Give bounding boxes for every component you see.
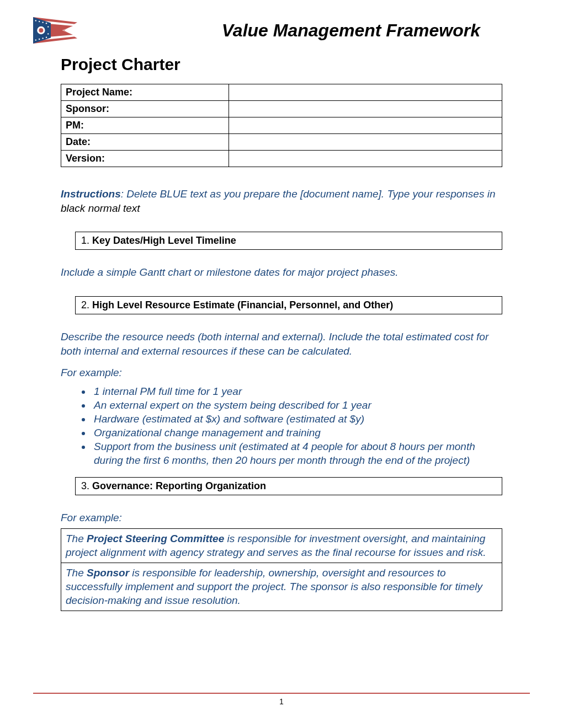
svg-point-6 xyxy=(35,20,36,21)
svg-point-8 xyxy=(42,22,43,23)
svg-point-13 xyxy=(46,37,47,38)
sponsor-label: Sponsor: xyxy=(61,101,229,117)
gov-role: Sponsor xyxy=(87,567,129,579)
pm-value xyxy=(229,117,502,134)
list-item: Organizational change management and tra… xyxy=(92,426,502,440)
document-title: Project Charter xyxy=(61,55,502,74)
page-footer: 1 xyxy=(33,693,530,706)
project-name-value xyxy=(229,84,502,101)
gov-pre: The xyxy=(66,533,87,544)
svg-point-5 xyxy=(39,28,43,33)
gov-role: Project Steering Committee xyxy=(87,533,224,544)
section-1-header: 1. Key Dates/High Level Timeline xyxy=(75,232,502,250)
table-row: Date: xyxy=(61,134,502,151)
section-2-note: Describe the resource needs (both intern… xyxy=(61,330,502,358)
section-1-note: Include a simple Gantt chart or mileston… xyxy=(61,265,502,280)
version-value xyxy=(229,151,502,167)
gov-pre: The xyxy=(66,567,87,579)
page-number: 1 xyxy=(33,697,530,706)
instructions-bold: Instructions xyxy=(61,188,121,200)
svg-point-12 xyxy=(42,38,43,39)
svg-point-9 xyxy=(46,23,47,24)
svg-point-15 xyxy=(47,33,49,34)
section-3-title: Governance: Reporting Organization xyxy=(92,480,266,491)
table-row: Version: xyxy=(61,151,502,167)
section-3-number: 3. xyxy=(81,480,89,492)
footer-divider xyxy=(33,693,530,694)
instructions-text: Instructions: Delete BLUE text as you pr… xyxy=(61,187,502,215)
gov-row-sponsor: The Sponsor is responsible for leadershi… xyxy=(61,563,502,611)
project-name-label: Project Name: xyxy=(61,84,229,101)
pm-label: PM: xyxy=(61,117,229,134)
section-2-for-example: For example: xyxy=(61,366,502,380)
section-3-header: 3. Governance: Reporting Organization xyxy=(75,477,502,495)
table-row: Sponsor: xyxy=(61,101,502,117)
table-row: The Project Steering Committee is respon… xyxy=(61,528,502,563)
table-row: Project Name: xyxy=(61,84,502,101)
header-title: Value Management Framework xyxy=(222,20,480,41)
list-item: Support from the business unit (estimate… xyxy=(92,440,502,467)
list-item: An external expert on the system being d… xyxy=(92,398,502,412)
svg-point-11 xyxy=(39,39,40,40)
table-row: The Sponsor is responsible for leadershi… xyxy=(61,563,502,611)
sponsor-value xyxy=(229,101,502,117)
table-row: PM: xyxy=(61,117,502,134)
instructions-body: : Delete BLUE text as you prepare the [d… xyxy=(121,188,496,200)
section-2-bullets: 1 internal PM full time for 1 year An ex… xyxy=(61,384,502,467)
section-2-number: 2. xyxy=(81,299,89,311)
governance-table: The Project Steering Committee is respon… xyxy=(61,528,502,611)
section-2-title: High Level Resource Estimate (Financial,… xyxy=(92,299,393,311)
list-item: 1 internal PM full time for 1 year xyxy=(92,384,502,398)
section-2-header: 2. High Level Resource Estimate (Financi… xyxy=(75,296,502,314)
svg-point-10 xyxy=(35,39,36,40)
section-1-title: Key Dates/High Level Timeline xyxy=(92,235,236,246)
gov-row-steering: The Project Steering Committee is respon… xyxy=(61,528,502,563)
ohio-flag-icon xyxy=(33,17,77,44)
page-header: Value Management Framework xyxy=(33,17,530,44)
list-item: Hardware (estimated at $x) and software … xyxy=(92,412,502,426)
svg-point-14 xyxy=(47,26,49,27)
date-label: Date: xyxy=(61,134,229,151)
version-label: Version: xyxy=(61,151,229,167)
instructions-black: black normal text xyxy=(61,202,140,214)
date-value xyxy=(229,134,502,151)
section-1-number: 1. xyxy=(81,235,89,247)
svg-point-7 xyxy=(39,21,40,22)
section-3-for-example: For example: xyxy=(61,511,502,525)
project-info-table: Project Name: Sponsor: PM: Date: Version… xyxy=(61,84,502,167)
